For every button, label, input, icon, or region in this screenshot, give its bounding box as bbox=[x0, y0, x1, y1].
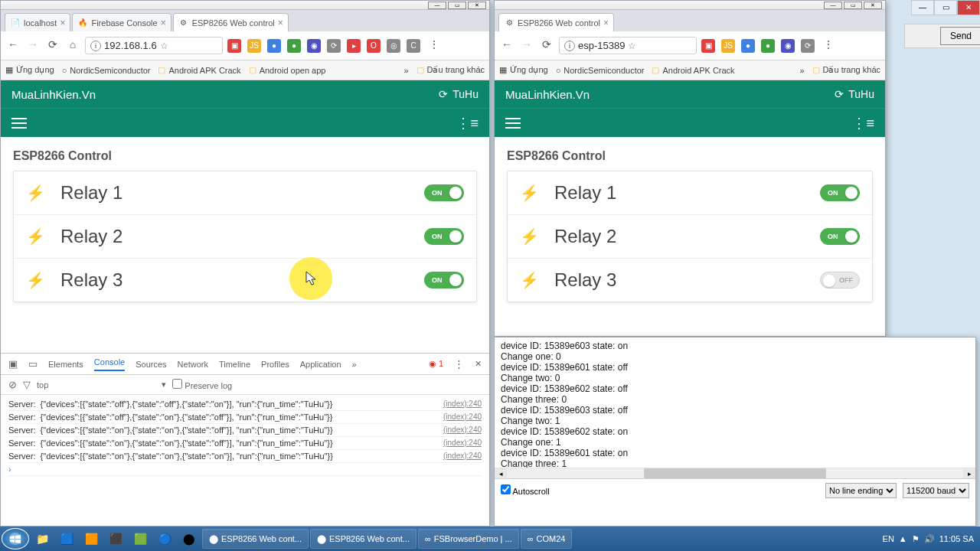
minimize-button[interactable]: — bbox=[428, 2, 446, 9]
taskbar-item[interactable]: ∞FSBrowserDemo | ... bbox=[418, 529, 519, 549]
scroll-right-icon[interactable]: ▸ bbox=[963, 468, 975, 478]
close-button[interactable]: ✕ bbox=[957, 0, 980, 15]
pinned-app[interactable]: ⬛ bbox=[104, 529, 127, 549]
hamburger-icon[interactable] bbox=[11, 118, 27, 129]
close-icon[interactable]: × bbox=[161, 18, 166, 28]
line-ending-select[interactable]: No line ending bbox=[825, 483, 897, 498]
send-button[interactable]: Send bbox=[940, 27, 980, 45]
extension-icon[interactable]: ● bbox=[761, 39, 775, 53]
inspect-icon[interactable]: ▣ bbox=[8, 358, 18, 370]
relay-toggle-2[interactable]: ON bbox=[424, 228, 464, 245]
tray-icon[interactable]: ▲ bbox=[899, 534, 907, 543]
tab-overflow[interactable]: » bbox=[352, 360, 357, 369]
tab-firebase[interactable]: 🔥 Firebase Console × bbox=[72, 13, 171, 31]
preserve-log-checkbox[interactable]: Preserve log bbox=[172, 379, 232, 390]
extension-icon[interactable]: ⟳ bbox=[327, 39, 341, 53]
error-badge[interactable]: ◉ 1 bbox=[429, 359, 443, 369]
home-button[interactable]: ⌂ bbox=[65, 38, 80, 54]
forward-button[interactable]: → bbox=[519, 38, 534, 54]
tab-esp8266[interactable]: ⚙ ESP8266 Web control × bbox=[498, 13, 614, 31]
pinned-chrome[interactable]: ⬤ bbox=[178, 529, 201, 549]
pinned-app[interactable]: 🟦 bbox=[55, 529, 78, 549]
clock[interactable]: 11:05 SA bbox=[939, 534, 974, 543]
close-icon[interactable]: × bbox=[603, 18, 609, 28]
menu-button[interactable]: ⋮ bbox=[426, 38, 442, 54]
baud-select[interactable]: 115200 baud bbox=[903, 483, 969, 498]
extension-icon[interactable]: ◉ bbox=[307, 39, 321, 53]
bookmark-apps[interactable]: ▦Ứng dụng bbox=[499, 65, 548, 75]
bookmark-openapp[interactable]: ▢Android open app bbox=[249, 65, 326, 75]
extension-icon[interactable]: O bbox=[367, 39, 381, 53]
info-icon[interactable]: i bbox=[90, 41, 101, 51]
forward-button[interactable]: → bbox=[25, 38, 41, 54]
source-link[interactable]: (index):240 bbox=[443, 439, 482, 448]
source-link[interactable]: (index):240 bbox=[443, 399, 482, 409]
wifi-icon[interactable]: ⋮≡ bbox=[456, 115, 479, 132]
source-link[interactable]: (index):240 bbox=[443, 452, 482, 461]
serial-output[interactable]: device ID: 15389e603 state: on Change on… bbox=[495, 337, 975, 468]
extension-icon[interactable]: ⟳ bbox=[801, 39, 815, 53]
maximize-button[interactable]: ▭ bbox=[934, 0, 957, 15]
filter-icon[interactable]: ▽ bbox=[23, 379, 31, 390]
pinned-app[interactable]: 🟧 bbox=[80, 529, 103, 549]
tab-console[interactable]: Console bbox=[94, 357, 125, 371]
extension-icon[interactable]: ▸ bbox=[347, 39, 361, 53]
refresh-button[interactable]: ⟳ TuHu bbox=[835, 88, 874, 100]
settings-icon[interactable]: ⋮ bbox=[454, 358, 464, 370]
start-button[interactable] bbox=[2, 528, 29, 549]
info-icon[interactable]: i bbox=[564, 41, 575, 51]
device-icon[interactable]: ▭ bbox=[28, 358, 38, 370]
tab-timeline[interactable]: Timeline bbox=[219, 360, 250, 369]
tab-localhost[interactable]: 📄 localhost × bbox=[5, 13, 70, 31]
other-bookmarks[interactable]: ▢Dấu trang khác bbox=[416, 65, 485, 75]
refresh-button[interactable]: ⟳ TuHu bbox=[439, 88, 479, 100]
source-link[interactable]: (index):240 bbox=[443, 412, 482, 422]
url-input[interactable]: i 192.168.1.6 ☆ bbox=[85, 37, 223, 54]
bookmark-overflow[interactable]: » bbox=[799, 66, 804, 75]
relay-toggle-3[interactable]: ON bbox=[424, 272, 464, 289]
autoscroll-checkbox[interactable]: Autoscroll bbox=[501, 484, 550, 496]
close-icon[interactable]: × bbox=[278, 18, 283, 28]
extension-icon[interactable]: ▣ bbox=[227, 39, 241, 53]
extension-icon[interactable]: C bbox=[407, 39, 420, 53]
tab-elements[interactable]: Elements bbox=[48, 360, 83, 369]
hamburger-icon[interactable] bbox=[505, 118, 521, 129]
star-icon[interactable]: ☆ bbox=[628, 41, 636, 51]
bookmark-nordic[interactable]: ○NordicSemiconductor bbox=[556, 66, 645, 75]
reload-button[interactable]: ⟳ bbox=[45, 38, 60, 54]
bookmark-nordic[interactable]: ○NordicSemiconductor bbox=[62, 66, 151, 75]
console-body[interactable]: Server: {"devices":[{"state":"off"},{"st… bbox=[1, 395, 489, 526]
scope-select[interactable]: top bbox=[37, 380, 48, 390]
relay-toggle-1[interactable]: ON bbox=[424, 184, 464, 201]
extension-icon[interactable]: ● bbox=[267, 39, 281, 53]
taskbar-item[interactable]: ⬤ESP8266 Web cont... bbox=[202, 529, 309, 549]
scroll-left-icon[interactable]: ◂ bbox=[495, 468, 507, 478]
relay-toggle-2[interactable]: ON bbox=[820, 228, 860, 245]
lang-indicator[interactable]: EN bbox=[883, 534, 894, 543]
taskbar-item[interactable]: ∞COM24 bbox=[521, 529, 573, 549]
bookmark-apps[interactable]: ▦Ứng dụng bbox=[5, 65, 54, 75]
bookmark-apk[interactable]: ▢Android APK Crack bbox=[652, 65, 734, 75]
clear-icon[interactable]: ⊘ bbox=[8, 379, 17, 390]
extension-icon[interactable]: ◉ bbox=[781, 39, 795, 53]
source-link[interactable]: (index):240 bbox=[443, 425, 482, 435]
tab-esp8266[interactable]: ⚙ ESP8266 Web control × bbox=[173, 13, 289, 31]
minimize-button[interactable]: — bbox=[824, 2, 842, 9]
star-icon[interactable]: ☆ bbox=[160, 41, 168, 51]
back-button[interactable]: ← bbox=[5, 38, 21, 54]
other-bookmarks[interactable]: ▢Dấu trang khác bbox=[812, 65, 880, 75]
tray-icon[interactable]: ⚑ bbox=[912, 534, 920, 544]
horizontal-scrollbar[interactable]: ◂ ▸ bbox=[495, 468, 975, 478]
tab-application[interactable]: Application bbox=[300, 360, 341, 369]
relay-toggle-1[interactable]: ON bbox=[820, 184, 860, 201]
tab-network[interactable]: Network bbox=[178, 360, 208, 369]
bookmark-apk[interactable]: ▢Android APK Crack bbox=[158, 65, 240, 75]
extension-icon[interactable]: ● bbox=[287, 39, 301, 53]
pinned-app[interactable]: 🟩 bbox=[129, 529, 152, 549]
close-icon[interactable]: × bbox=[60, 18, 65, 28]
taskbar-item[interactable]: ⬤ESP8266 Web cont... bbox=[310, 529, 416, 549]
extension-icon[interactable]: JS bbox=[721, 39, 735, 53]
extension-icon[interactable]: ◎ bbox=[387, 39, 400, 53]
close-button[interactable]: ✕ bbox=[864, 2, 882, 9]
extension-icon[interactable]: ▣ bbox=[701, 39, 715, 53]
